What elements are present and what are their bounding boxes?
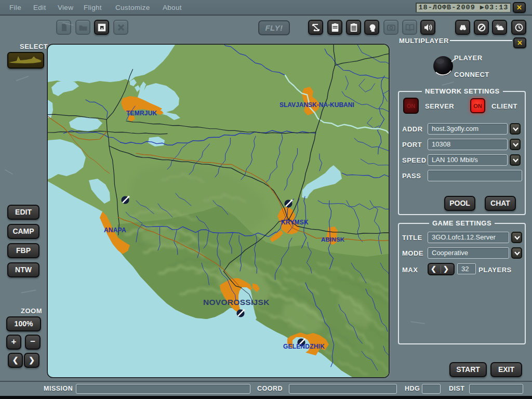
svg-text:KRYMSK: KRYMSK bbox=[281, 219, 309, 226]
svg-text:GELENDZHIK: GELENDZHIK bbox=[283, 343, 325, 350]
svg-text:ABINSK: ABINSK bbox=[321, 236, 345, 243]
svg-text:NOVOROSSIJSK: NOVOROSSIJSK bbox=[203, 298, 270, 307]
svg-text:ANAPA: ANAPA bbox=[104, 227, 126, 234]
svg-text:TEMRJUK: TEMRJUK bbox=[126, 110, 157, 117]
svg-text:SLAVJANSK-NA-KUBANI: SLAVJANSK-NA-KUBANI bbox=[280, 101, 354, 109]
